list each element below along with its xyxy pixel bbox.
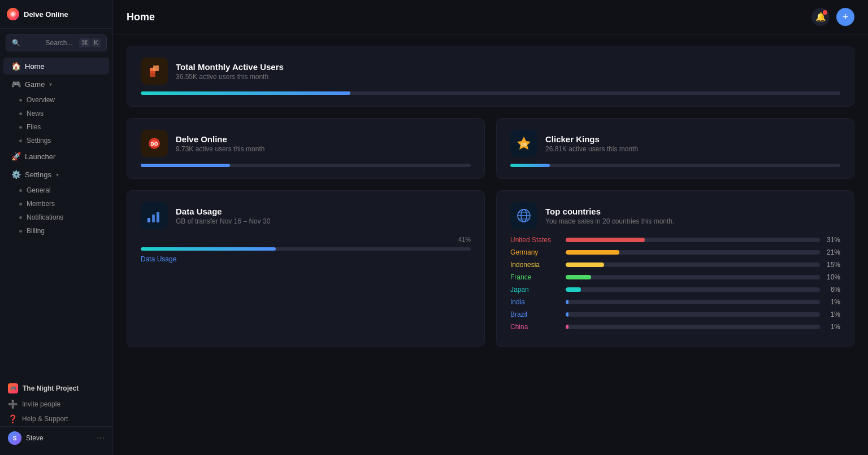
country-bar-fill [566, 262, 604, 267]
user-more-icon[interactable]: ⋯ [97, 434, 105, 443]
home-label: Home [25, 62, 45, 71]
sidebar-item-home[interactable]: 🏠 Home [3, 58, 109, 75]
country-name: United States [510, 236, 561, 244]
help-support-button[interactable]: ❓ Help & Support [0, 412, 112, 426]
country-bar-fill [566, 325, 568, 329]
main-content: Home 🔔 + Total Monthly Act [113, 0, 868, 455]
sidebar-item-general[interactable]: General [3, 183, 109, 197]
country-bar-fill [566, 312, 568, 317]
country-name: Germany [510, 248, 561, 256]
cube-icon [145, 62, 163, 80]
sidebar-item-settings[interactable]: ⚙️ Settings ▾ [3, 166, 109, 183]
country-pct: 1% [824, 298, 840, 306]
svg-point-1 [11, 12, 15, 16]
sidebar-item-news[interactable]: News [3, 107, 109, 120]
chart-icon [145, 207, 163, 225]
country-row: India 1% [510, 298, 840, 306]
country-pct: 10% [824, 273, 840, 281]
delve-progress-bg [141, 164, 471, 167]
total-mau-progress-fill [141, 91, 350, 95]
svg-text:CK: CK [521, 142, 527, 146]
total-mau-title: Total Monthly Active Users [176, 62, 284, 72]
sidebar-item-overview[interactable]: Overview [3, 93, 109, 107]
game-settings-label: Settings [27, 137, 51, 145]
notifications-label: Notifications [27, 213, 63, 221]
delve-progress-fill [141, 164, 230, 167]
svg-rect-11 [152, 215, 155, 222]
country-bar-bg [566, 238, 820, 242]
data-usage-link[interactable]: Data Usage [141, 255, 471, 263]
sidebar-item-billing[interactable]: Billing [3, 224, 109, 238]
country-name: Japan [510, 286, 561, 294]
svg-rect-4 [150, 71, 155, 77]
clicker-kings-text: Clicker Kings 26.81K active users this m… [545, 134, 638, 153]
svg-text:DO: DO [150, 141, 158, 147]
delve-icon: DO [145, 134, 163, 152]
delve-online-card: DO Delve Online 9.73K active users this … [127, 118, 485, 179]
game-icon: 🎮 [11, 80, 20, 89]
bullet-icon [19, 99, 22, 102]
bullet-icon [19, 216, 22, 219]
bullet-icon [19, 112, 22, 115]
globe-icon [515, 207, 533, 225]
clicker-progress-fill [510, 164, 550, 167]
country-bar-bg [566, 262, 820, 267]
top-countries-text: Top countries You made sales in 20 count… [545, 207, 674, 225]
bullet-icon [19, 189, 22, 192]
top-countries-icon-box [510, 202, 537, 229]
data-usage-subtitle: GB of transfer Nov 16 – Nov 30 [176, 217, 270, 225]
sidebar-item-launcher[interactable]: 🚀 Launcher [3, 148, 109, 165]
app-title: Delve Online [24, 10, 68, 19]
country-name: Indonesia [510, 261, 561, 269]
shortcut-cmd: ⌘ [79, 38, 90, 47]
delve-online-text: Delve Online 9.73K active users this mon… [176, 134, 264, 153]
invite-people-button[interactable]: ➕ Invite people [0, 397, 112, 412]
country-bar-fill [566, 275, 591, 279]
data-usage-icon-box [141, 202, 168, 229]
delve-online-title: Delve Online [176, 134, 264, 144]
overview-label: Overview [27, 96, 55, 104]
country-row: Germany 21% [510, 248, 840, 256]
data-usage-header: Data Usage GB of transfer Nov 16 – Nov 3… [141, 202, 471, 229]
launcher-label: Launcher [25, 152, 55, 161]
clicker-progress-bg [510, 164, 840, 167]
data-usage-progress-fill [141, 247, 276, 251]
general-label: General [27, 186, 51, 194]
country-pct: 1% [824, 323, 840, 331]
home-icon: 🏠 [11, 62, 20, 71]
country-bar-bg [566, 250, 820, 255]
delve-online-icon-box: DO [141, 130, 168, 157]
help-icon: ❓ [8, 414, 18, 423]
total-mau-progress-bg [141, 91, 840, 95]
project-icon: 🎮 [8, 383, 18, 393]
data-usage-title: Data Usage [176, 207, 270, 216]
clicker-kings-card: CK Clicker Kings 26.81K active users thi… [496, 118, 854, 179]
bullet-icon [19, 126, 22, 129]
notification-button[interactable]: 🔔 [811, 8, 830, 26]
content-area: Total Monthly Active Users 36.55K active… [113, 34, 868, 358]
game-chevron: ▾ [49, 81, 52, 88]
country-pct: 6% [824, 286, 840, 294]
country-row: China 1% [510, 323, 840, 331]
search-bar[interactable]: 🔍 Search... ⌘ K [6, 34, 107, 51]
clicker-kings-header: CK Clicker Kings 26.81K active users thi… [510, 130, 840, 157]
sidebar-item-game[interactable]: 🎮 Game ▾ [3, 76, 109, 93]
notification-badge [823, 10, 827, 15]
members-label: Members [27, 200, 55, 208]
svg-rect-12 [157, 212, 159, 222]
sidebar-item-members[interactable]: Members [3, 197, 109, 211]
top-bar-actions: 🔔 + [811, 8, 854, 26]
user-row[interactable]: S Steve ⋯ [0, 426, 112, 449]
sidebar-item-game-settings[interactable]: Settings [3, 134, 109, 147]
project-label: 🎮 The Night Project [0, 380, 112, 397]
country-pct: 31% [824, 236, 840, 244]
files-label: Files [27, 123, 41, 131]
sidebar-item-files[interactable]: Files [3, 120, 109, 134]
search-placeholder: Search... [46, 39, 76, 47]
add-button[interactable]: + [836, 8, 854, 26]
sidebar-item-notifications[interactable]: Notifications [3, 211, 109, 224]
country-row: Brazil 1% [510, 310, 840, 318]
countries-list: United States 31% Germany 21% Indonesia … [510, 236, 840, 331]
country-row: Japan 6% [510, 286, 840, 294]
settings-chevron: ▾ [56, 172, 59, 178]
